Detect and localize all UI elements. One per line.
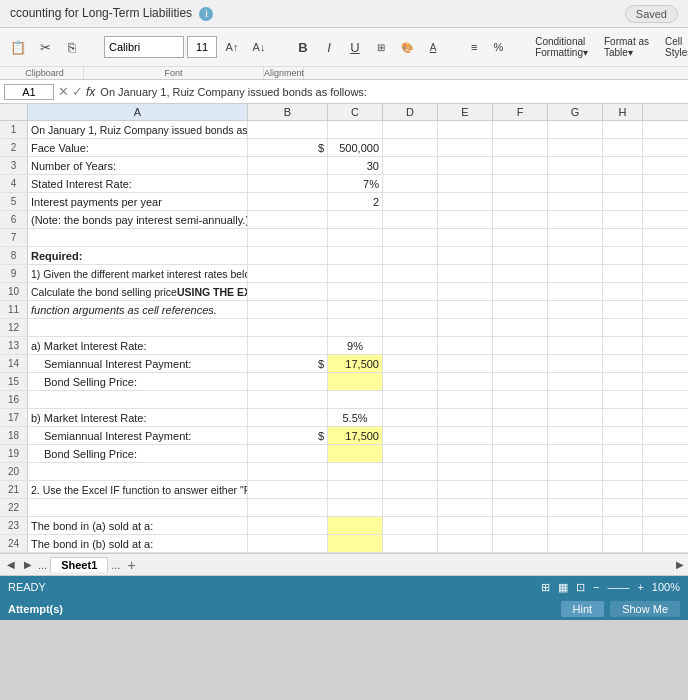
cell-a13[interactable]: a) Market Interest Rate: [28,337,248,354]
cut-icon[interactable]: ✂ [33,35,57,59]
cell-b19[interactable] [248,445,328,462]
cell-c22[interactable] [328,499,383,516]
cell-b18[interactable]: $ [248,427,328,444]
cell-e11[interactable] [438,301,493,318]
cell-styles-button[interactable]: CellStyles▾ [659,33,688,61]
cell-g3[interactable] [548,157,603,174]
cell-c19[interactable] [328,445,383,462]
cell-f16[interactable] [493,391,548,408]
cell-g19[interactable] [548,445,603,462]
cell-a8[interactable]: Required: [28,247,248,264]
cell-a24[interactable]: The bond in (b) sold at a: [28,535,248,552]
cell-g8[interactable] [548,247,603,264]
layout-icon[interactable]: ▦ [558,581,568,594]
cell-a22[interactable] [28,499,248,516]
cell-e7[interactable] [438,229,493,246]
cell-d6[interactable] [383,211,438,228]
cell-h13[interactable] [603,337,643,354]
cell-g15[interactable] [548,373,603,390]
cell-d12[interactable] [383,319,438,336]
cell-f15[interactable] [493,373,548,390]
cell-f17[interactable] [493,409,548,426]
cell-g13[interactable] [548,337,603,354]
bold-button[interactable]: B [291,35,315,59]
cell-b23[interactable] [248,517,328,534]
cell-f13[interactable] [493,337,548,354]
cell-e6[interactable] [438,211,493,228]
cell-e17[interactable] [438,409,493,426]
col-header-e[interactable]: E [438,104,493,120]
fill-color-button[interactable]: 🎨 [395,35,419,59]
cell-g5[interactable] [548,193,603,210]
cell-e20[interactable] [438,463,493,480]
font-grow-icon[interactable]: A↑ [220,35,244,59]
cell-d22[interactable] [383,499,438,516]
paste-icon[interactable]: 📋 [6,35,30,59]
cell-f21[interactable] [493,481,548,498]
cell-f7[interactable] [493,229,548,246]
cell-a17[interactable]: b) Market Interest Rate: [28,409,248,426]
cell-a16[interactable] [28,391,248,408]
cell-b3[interactable] [248,157,328,174]
hint-button[interactable]: Hint [561,601,605,617]
cell-a6[interactable]: (Note: the bonds pay interest semi-annua… [28,211,248,228]
cell-a5[interactable]: Interest payments per year [28,193,248,210]
format-as-table-button[interactable]: Format asTable▾ [598,33,655,61]
cell-b10[interactable] [248,283,328,300]
cell-a2[interactable]: Face Value: [28,139,248,156]
cell-h6[interactable] [603,211,643,228]
cell-h17[interactable] [603,409,643,426]
cell-d13[interactable] [383,337,438,354]
cell-g11[interactable] [548,301,603,318]
cell-h10[interactable] [603,283,643,300]
cell-h24[interactable] [603,535,643,552]
cell-g16[interactable] [548,391,603,408]
cell-b16[interactable] [248,391,328,408]
cell-c16[interactable] [328,391,383,408]
cell-c15[interactable] [328,373,383,390]
cell-f12[interactable] [493,319,548,336]
cell-e9[interactable] [438,265,493,282]
cell-a11[interactable]: function arguments as cell references. [28,301,248,318]
cell-a10[interactable]: Calculate the bond selling price USING T… [28,283,248,300]
cell-h20[interactable] [603,463,643,480]
cell-c23[interactable] [328,517,383,534]
confirm-formula-icon[interactable]: ✓ [72,84,83,99]
cell-f14[interactable] [493,355,548,372]
cancel-formula-icon[interactable]: ✕ [58,84,69,99]
cell-f9[interactable] [493,265,548,282]
col-header-g[interactable]: G [548,104,603,120]
cell-e18[interactable] [438,427,493,444]
cell-g24[interactable] [548,535,603,552]
borders-button[interactable]: ⊞ [369,35,393,59]
cell-c14[interactable]: 17,500 [328,355,383,372]
cell-h15[interactable] [603,373,643,390]
copy-icon[interactable]: ⎘ [60,35,84,59]
cell-f3[interactable] [493,157,548,174]
col-header-b[interactable]: B [248,104,328,120]
cell-d4[interactable] [383,175,438,192]
cell-b1[interactable] [248,121,328,138]
cell-a3[interactable]: Number of Years: [28,157,248,174]
col-header-a[interactable]: A [28,104,248,120]
cell-d2[interactable] [383,139,438,156]
cell-e2[interactable] [438,139,493,156]
cell-e3[interactable] [438,157,493,174]
cell-e5[interactable] [438,193,493,210]
cell-a23[interactable]: The bond in (a) sold at a: [28,517,248,534]
cell-e13[interactable] [438,337,493,354]
cell-a21[interactable]: 2. Use the Excel IF function to answer e… [28,481,248,498]
cell-b12[interactable] [248,319,328,336]
cell-e24[interactable] [438,535,493,552]
cell-a19[interactable]: Bond Selling Price: [28,445,248,462]
cell-e19[interactable] [438,445,493,462]
sheet-tab-sheet1[interactable]: Sheet1 [50,557,108,572]
col-header-d[interactable]: D [383,104,438,120]
cell-h19[interactable] [603,445,643,462]
cell-h4[interactable] [603,175,643,192]
cell-b9[interactable] [248,265,328,282]
cell-c5[interactable]: 2 [328,193,383,210]
cell-e8[interactable] [438,247,493,264]
cell-g22[interactable] [548,499,603,516]
show-me-button[interactable]: Show Me [610,601,680,617]
